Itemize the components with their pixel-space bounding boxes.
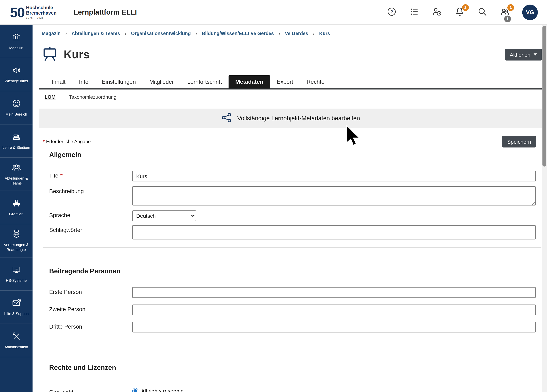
scrollbar-thumb[interactable] xyxy=(542,26,546,167)
sidebar-item-mein-bereich[interactable]: Mein Bereich xyxy=(0,91,33,125)
edit-full-metadata-banner[interactable]: Vollständige Lernobjekt-Metadaten bearbe… xyxy=(39,108,542,128)
sidebar-item-abteilungen-teams[interactable]: Abteilungen & Teams xyxy=(0,158,33,191)
breadcrumb-separator: › xyxy=(195,30,197,36)
schlagwoerter-input[interactable] xyxy=(132,225,535,239)
globe-icon xyxy=(12,229,21,240)
section-divider xyxy=(43,344,541,344)
breadcrumb-link-ve-gerdes[interactable]: Ve Gerdes xyxy=(285,31,308,36)
tab-rechte[interactable]: Rechte xyxy=(300,75,331,88)
search-icon xyxy=(477,7,487,18)
task-list-button[interactable] xyxy=(409,7,420,18)
dritte-person-input[interactable] xyxy=(132,322,535,332)
beschreibung-textarea[interactable] xyxy=(132,186,535,205)
form-meta-row: *Erforderliche Angabe Speichern xyxy=(43,136,536,148)
course-board-icon xyxy=(42,46,58,63)
form-row-erste-person: Erste Person xyxy=(49,287,545,298)
logo-text: Hochschule Bremerhaven 1975 – 2025 xyxy=(26,5,57,19)
logo-years: 1975 – 2025 xyxy=(26,16,57,19)
contacts-badge-bottom: 1 xyxy=(504,15,511,22)
breadcrumb-separator: › xyxy=(65,30,67,36)
contacts-button[interactable]: 1 1 xyxy=(499,7,510,18)
main-content: Magazin › Abteilungen & Teams › Organisa… xyxy=(33,25,545,392)
bank-icon xyxy=(12,32,21,43)
people-icon xyxy=(12,163,21,174)
hs-bremerhaven-logo[interactable]: 50 Hochschule Bremerhaven 1975 – 2025 xyxy=(0,5,67,19)
sidebar-item-label: Administration xyxy=(5,345,28,350)
page-title: Kurs xyxy=(64,48,89,61)
sidebar-item-vertretungen-beauftragte[interactable]: Vertretungen & Beauftragte xyxy=(0,224,33,257)
header: 50 Hochschule Bremerhaven 1975 – 2025 Le… xyxy=(0,0,547,25)
scrollbar[interactable] xyxy=(542,25,547,392)
sidebar-item-lehre-studium[interactable]: Lehre & Studium xyxy=(0,125,33,158)
sprache-select[interactable]: Deutsch xyxy=(132,210,196,221)
help-icon: ? xyxy=(387,7,397,18)
subtab-bar: LOM Taxonomiezuordnung xyxy=(45,94,545,100)
sidebar-item-hilfe-support[interactable]: ? Hilfe & Support xyxy=(0,291,33,324)
breadcrumb-link-kurs[interactable]: Kurs xyxy=(319,31,330,36)
logo-line1: Hochschule xyxy=(26,5,57,11)
section-title-rechte-lizenzen: Rechte und Lizenzen xyxy=(49,364,545,372)
breadcrumb-link-organisationsentwicklung[interactable]: Organisationsentwicklung xyxy=(131,31,191,36)
breadcrumb-separator: › xyxy=(125,30,126,36)
smiley-icon xyxy=(12,99,21,110)
sidebar-item-gremien[interactable]: Gremien xyxy=(0,191,33,224)
tab-einstellungen[interactable]: Einstellungen xyxy=(95,75,143,88)
zweite-person-label: Zweite Person xyxy=(49,304,132,313)
erste-person-label: Erste Person xyxy=(49,287,132,295)
sidebar-item-label: Mein Bereich xyxy=(5,112,27,117)
sidebar-item-label: HS-Systeme xyxy=(6,278,27,283)
required-asterisk: * xyxy=(43,139,45,144)
avatar[interactable]: VG xyxy=(522,5,538,20)
required-hint: *Erforderliche Angabe xyxy=(43,139,91,144)
breadcrumb-separator: › xyxy=(278,30,280,36)
search-button[interactable] xyxy=(477,7,488,18)
tab-export[interactable]: Export xyxy=(270,75,300,88)
tab-info[interactable]: Info xyxy=(72,75,95,88)
sidebar-item-magazin[interactable]: Magazin xyxy=(0,25,33,58)
breadcrumb-link-bildung-wissen[interactable]: Bildung/Wissen/ELLI Ve Gerdes xyxy=(202,31,274,36)
svg-text:?: ? xyxy=(390,9,393,14)
tab-inhalt[interactable]: Inhalt xyxy=(45,75,72,88)
user-clock-icon xyxy=(432,7,442,18)
tab-metadaten[interactable]: Metadaten xyxy=(229,75,270,88)
app-title: Lernplattform ELLI xyxy=(74,8,137,16)
copyright-label: Copyright xyxy=(49,387,132,392)
list-icon xyxy=(410,7,419,18)
sidebar-item-label: Gremien xyxy=(9,212,23,216)
user-activity-button[interactable] xyxy=(432,7,442,18)
zweite-person-input[interactable] xyxy=(132,304,535,315)
breadcrumb-link-abteilungen-teams[interactable]: Abteilungen & Teams xyxy=(72,31,120,36)
schlagwoerter-label: Schlagwörter xyxy=(49,225,132,234)
sidebar-item-administration[interactable]: Administration xyxy=(0,324,33,357)
sidebar-item-wichtige-infos[interactable]: Wichtige Infos xyxy=(0,58,33,91)
sidebar-item-label: Hilfe & Support xyxy=(4,311,29,316)
page: 50 Hochschule Bremerhaven 1975 – 2025 Le… xyxy=(0,0,547,392)
copyright-radio-all-rights-reserved[interactable] xyxy=(132,388,138,392)
required-asterisk: * xyxy=(60,173,63,179)
subtab-taxonomiezuordnung[interactable]: Taxonomiezuordnung xyxy=(69,94,116,100)
sidebar-item-hs-systeme[interactable]: HS-Systeme xyxy=(0,257,33,291)
chevron-down-icon xyxy=(534,53,537,55)
logo-number: 50 xyxy=(10,5,24,19)
notifications-button[interactable]: 2 xyxy=(454,7,465,18)
actions-button[interactable]: Aktionen xyxy=(505,49,542,60)
save-button[interactable]: Speichern xyxy=(502,136,536,148)
sprache-label: Sprache xyxy=(49,210,132,219)
header-actions: ? 2 xyxy=(386,5,547,20)
erste-person-input[interactable] xyxy=(132,287,535,298)
megaphone-icon xyxy=(12,66,21,76)
form-row-copyright: Copyright All rights reserved xyxy=(49,387,545,392)
dritte-person-label: Dritte Person xyxy=(49,322,132,330)
form-row-schlagwoerter: Schlagwörter xyxy=(49,225,545,239)
tab-lernfortschritt[interactable]: Lernfortschritt xyxy=(180,75,229,88)
subtab-lom[interactable]: LOM xyxy=(45,94,56,100)
section-divider xyxy=(43,247,541,248)
help-button[interactable]: ? xyxy=(386,7,397,18)
sidebar: Magazin Wichtige Infos Mein Bereich Lehr… xyxy=(0,25,33,392)
mail-help-icon: ? xyxy=(12,298,21,309)
titel-input[interactable] xyxy=(132,171,535,182)
tab-mitglieder[interactable]: Mitglieder xyxy=(143,75,180,88)
sidebar-item-label: Wichtige Infos xyxy=(5,79,28,83)
sidebar-item-label: Vertretungen & Beauftragte xyxy=(1,243,31,252)
breadcrumb-link-magazin[interactable]: Magazin xyxy=(42,31,61,36)
